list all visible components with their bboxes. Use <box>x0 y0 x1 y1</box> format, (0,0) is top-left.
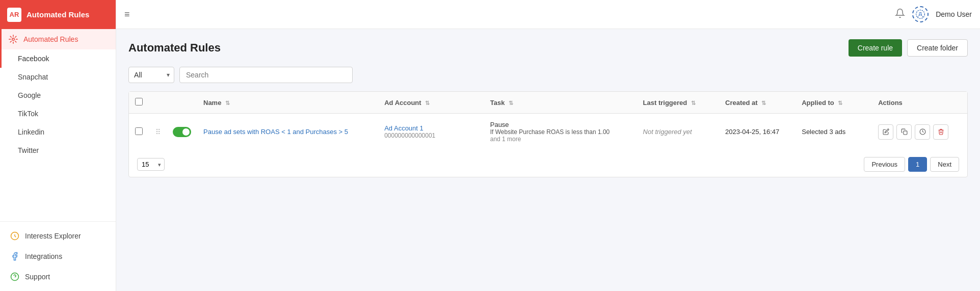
sort-name-icon: ⇅ <box>225 100 230 107</box>
sidebar-item-integrations[interactable]: Integrations <box>0 246 116 267</box>
last-triggered-value: Not triggered yet <box>643 128 692 136</box>
rules-table-container: Name ⇅ Ad Account ⇅ Task ⇅ Last trigge <box>128 91 968 177</box>
app-title: Automated Rules <box>27 10 89 19</box>
action-buttons <box>878 124 961 140</box>
automated-rules-icon <box>8 34 18 44</box>
topbar: ≡ Demo User <box>116 0 980 29</box>
drag-handle-icon[interactable]: ⠿ <box>155 128 161 136</box>
col-header-last-triggered[interactable]: Last triggered ⇅ <box>637 92 719 114</box>
row-checkbox[interactable] <box>135 127 143 135</box>
sort-task-icon: ⇅ <box>509 100 513 107</box>
col-header-created-at[interactable]: Created at ⇅ <box>719 92 796 114</box>
table-header: Name ⇅ Ad Account ⇅ Task ⇅ Last trigge <box>129 92 967 114</box>
row-toggle-cell <box>167 114 197 150</box>
sidebar-header: AR Automated Rules <box>0 0 116 29</box>
topbar-left: ≡ <box>124 9 130 20</box>
support-icon <box>10 272 20 282</box>
sidebar-nav: Automated Rules Facebook Snapchat Google… <box>0 29 116 221</box>
sidebar-item-facebook[interactable]: Facebook <box>0 49 116 68</box>
header-actions: Create rule Create folder <box>849 39 968 57</box>
interests-icon <box>10 231 20 241</box>
filters-bar: All Active Inactive <box>128 67 968 83</box>
page-1-button[interactable]: 1 <box>908 157 927 172</box>
sidebar-automated-rules-label: Automated Rules <box>23 35 78 43</box>
sidebar-item-support[interactable]: Support <box>0 267 116 287</box>
svg-rect-5 <box>904 131 907 135</box>
main-content: ≡ Demo User Automated Rules Create rule … <box>116 0 980 291</box>
task-more: and 1 more <box>490 136 631 143</box>
col-header-ad-account[interactable]: Ad Account ⇅ <box>378 92 484 114</box>
history-button[interactable] <box>915 124 930 140</box>
previous-button[interactable]: Previous <box>864 157 905 172</box>
notifications-icon[interactable] <box>895 8 905 21</box>
sidebar-item-google[interactable]: Google <box>0 86 116 104</box>
sidebar-bottom: Interests Explorer Integrations Support <box>0 221 116 291</box>
row-drag-cell: ⠿ <box>149 114 167 150</box>
sidebar-google-label: Google <box>18 91 41 99</box>
filter-dropdown-wrapper: All Active Inactive <box>128 67 174 83</box>
sort-account-icon: ⇅ <box>425 100 430 107</box>
row-checkbox-cell <box>129 114 149 150</box>
sidebar-item-interests[interactable]: Interests Explorer <box>0 226 116 246</box>
page-header: Automated Rules Create rule Create folde… <box>128 39 968 57</box>
row-last-triggered-cell: Not triggered yet <box>637 114 719 150</box>
page-size-wrapper: 15 25 50 100 <box>137 158 165 171</box>
delete-button[interactable] <box>933 124 948 140</box>
rules-table: Name ⇅ Ad Account ⇅ Task ⇅ Last trigge <box>129 92 967 150</box>
toggle-slider <box>173 127 191 137</box>
task-action: Pause <box>490 121 631 128</box>
duplicate-button[interactable] <box>896 124 912 140</box>
table-row: ⠿ Pause ad sets with ROAS < 1 and Purcha… <box>129 114 967 150</box>
col-header-toggle <box>167 92 197 114</box>
page-title: Automated Rules <box>128 41 221 55</box>
edit-button[interactable] <box>878 124 893 140</box>
svg-point-0 <box>12 38 15 41</box>
rule-name-link[interactable]: Pause ad sets with ROAS < 1 and Purchase… <box>203 128 348 136</box>
page-content: Automated Rules Create rule Create folde… <box>116 29 980 291</box>
col-header-checkbox <box>129 92 149 114</box>
created-at-value: 2023-04-25, 16:47 <box>725 128 779 136</box>
sidebar-interests-label: Interests Explorer <box>25 232 81 240</box>
rule-toggle[interactable] <box>173 127 191 137</box>
applied-to-value: Selected 3 ads <box>802 128 845 136</box>
sidebar-item-automated-rules[interactable]: Automated Rules <box>0 29 116 49</box>
row-account-cell: Ad Account 1 000000000000001 <box>378 114 484 150</box>
hamburger-icon[interactable]: ≡ <box>124 9 130 20</box>
table-body: ⠿ Pause ad sets with ROAS < 1 and Purcha… <box>129 114 967 150</box>
search-input[interactable] <box>179 67 353 83</box>
sidebar-support-label: Support <box>25 273 50 281</box>
sort-created-icon: ⇅ <box>761 100 766 107</box>
row-name-cell: Pause ad sets with ROAS < 1 and Purchase… <box>197 114 378 150</box>
sort-applied-icon: ⇅ <box>838 100 842 107</box>
row-created-at-cell: 2023-04-25, 16:47 <box>719 114 796 150</box>
pagination-bar: 15 25 50 100 Previous 1 Next <box>129 150 967 177</box>
sidebar-twitter-label: Twitter <box>18 146 39 154</box>
integrations-icon <box>10 251 20 261</box>
next-button[interactable]: Next <box>930 157 959 172</box>
sidebar-tiktok-label: TikTok <box>18 110 38 118</box>
row-task-cell: Pause If Website Purchase ROAS is less t… <box>484 114 637 150</box>
ad-account-name: Ad Account 1 <box>384 124 478 132</box>
col-header-actions: Actions <box>872 92 967 114</box>
task-condition: If Website Purchase ROAS is less than 1.… <box>490 128 631 136</box>
row-applied-to-cell: Selected 3 ads <box>796 114 872 150</box>
col-header-name[interactable]: Name ⇅ <box>197 92 378 114</box>
page-size-dropdown[interactable]: 15 25 50 100 <box>137 158 165 171</box>
sidebar-item-linkedin[interactable]: Linkedin <box>0 123 116 141</box>
sidebar-integrations-label: Integrations <box>25 252 62 260</box>
row-actions-cell <box>872 114 967 150</box>
sidebar-item-tiktok[interactable]: TikTok <box>0 104 116 123</box>
page-size-selector: 15 25 50 100 <box>137 158 165 171</box>
sort-triggered-icon: ⇅ <box>691 100 696 107</box>
col-header-task[interactable]: Task ⇅ <box>484 92 637 114</box>
topbar-right: Demo User <box>895 6 972 22</box>
user-name: Demo User <box>936 10 972 18</box>
select-all-checkbox[interactable] <box>135 98 143 105</box>
sidebar-item-twitter[interactable]: Twitter <box>0 141 116 160</box>
sidebar-item-snapchat[interactable]: Snapchat <box>0 68 116 86</box>
create-rule-button[interactable]: Create rule <box>849 39 902 57</box>
col-header-applied-to[interactable]: Applied to ⇅ <box>796 92 872 114</box>
create-folder-button[interactable]: Create folder <box>907 39 968 57</box>
avatar <box>912 6 929 22</box>
filter-dropdown[interactable]: All Active Inactive <box>128 67 174 83</box>
